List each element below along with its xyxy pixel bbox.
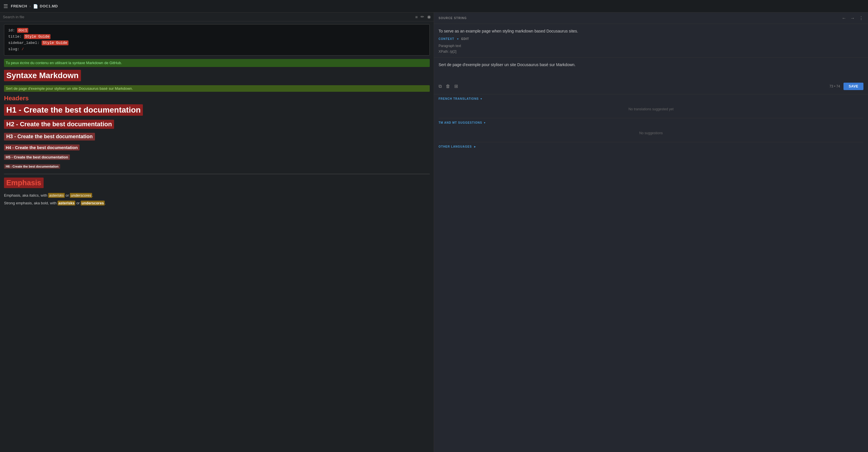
fm-sidebar-line: sidebar_label: Style Guide: [8, 40, 426, 46]
no-suggestions-text: No suggestions: [439, 127, 863, 139]
nav-breadcrumb: FRENCH › 📄 DOC1.MD: [11, 4, 58, 8]
underscores-em: underscores: [70, 193, 92, 198]
h4-heading: H4 - Create the best documentation: [4, 144, 80, 151]
emphasis-section: Emphasis: [4, 177, 430, 190]
delete-icon[interactable]: 🗑: [446, 84, 450, 89]
fm-id-val: doc1: [17, 28, 28, 33]
context-type: Paragraph text: [439, 43, 863, 49]
right-header-icons: ← → ⋮: [842, 15, 863, 21]
prev-arrow-icon[interactable]: ←: [842, 16, 846, 21]
h1-heading: H1 - Create the best documentation: [4, 104, 143, 116]
translated-display: Sert de page d'exemple pour styliser un …: [439, 62, 863, 79]
context-info: Paragraph text XPath: /p[2]: [439, 43, 863, 54]
char-count: 73 • 74: [830, 84, 840, 88]
source-text: To serve as an example page when styling…: [439, 28, 863, 34]
syntaxe-heading: Syntaxe Markdown: [4, 70, 81, 81]
fm-title-key: title:: [8, 34, 22, 39]
headers-label: Headers: [4, 95, 430, 102]
emphasis-para-1: Emphasis, aka italics, with asterisks or…: [4, 193, 430, 199]
asterisks-strong: asterisks: [58, 201, 75, 205]
section-divider: [4, 174, 430, 174]
tm-suggestions-header[interactable]: TM AND MT SUGGESTIONS ▾: [439, 121, 863, 124]
context-label[interactable]: CONTEXT: [439, 37, 454, 40]
suggestions-panel: FRENCH TRANSLATIONS ▾ No translations su…: [434, 94, 868, 452]
main-layout: ≡ ✏ ◉ id: doc1 title: Style Guide sideb: [0, 12, 868, 452]
context-xpath: XPath: /p[2]: [439, 49, 863, 55]
h2-heading: H2 - Create the best documentation: [4, 120, 114, 129]
description-text: Sert de page d'exemple pour styliser un …: [4, 85, 430, 92]
french-translations-header[interactable]: FRENCH TRANSLATIONS ▾: [439, 97, 863, 100]
context-dropdown-arrow[interactable]: ▾: [457, 37, 459, 40]
left-panel: ≡ ✏ ◉ id: doc1 title: Style Guide sideb: [0, 12, 434, 452]
syntaxe-heading-section: Syntaxe Markdown: [4, 70, 430, 83]
fm-sidebar-key: sidebar_label:: [8, 41, 39, 45]
nav-file: 📄 DOC1.MD: [33, 4, 58, 8]
other-languages-header[interactable]: OTHER LANGUAGES ►: [439, 145, 863, 148]
breadcrumb-arrow: ›: [29, 4, 31, 8]
frontmatter-box: id: doc1 title: Style Guide sidebar_labe…: [4, 24, 430, 56]
no-translations-text: No translations suggested yet: [439, 103, 863, 115]
h6-heading: H6 - Create the best documentation: [4, 164, 60, 169]
list-icon[interactable]: ≡: [415, 14, 418, 20]
split-icon[interactable]: ⊞: [454, 84, 458, 89]
divider-2: [439, 142, 863, 142]
other-languages-arrow: ►: [474, 145, 476, 148]
emphasis-heading: Emphasis: [4, 177, 43, 188]
context-bar: CONTEXT ▾ EDIT: [439, 37, 863, 40]
fm-id-key: id:: [8, 28, 15, 32]
fm-id-line: id: doc1: [8, 27, 426, 34]
project-name: FRENCH: [11, 4, 27, 8]
h3-section: H3 - Create the best documentation: [4, 133, 430, 142]
edit-icon[interactable]: ✏: [421, 14, 424, 20]
translated-intro: Tu peux écrire du contenu en utilisant l…: [4, 59, 430, 67]
fm-slug-val: /: [22, 47, 24, 51]
tm-suggestions-arrow: ▾: [484, 121, 485, 124]
fm-title-line: title: Style Guide: [8, 34, 426, 40]
h4-section: H4 - Create the best documentation: [4, 144, 430, 152]
search-icons: ≡ ✏ ◉: [415, 14, 431, 20]
source-text-section: To serve as an example page when styling…: [434, 24, 868, 58]
copy-icon[interactable]: ⧉: [439, 84, 442, 89]
underscores-strong: underscores: [81, 201, 105, 205]
other-languages-label: OTHER LANGUAGES: [439, 145, 472, 148]
french-translations-arrow: ▾: [480, 97, 482, 100]
right-panel: SOURCE STRING ← → ⋮ To serve as an examp…: [434, 12, 868, 452]
content-area: id: doc1 title: Style Guide sidebar_labe…: [0, 21, 434, 452]
asterisks-em: asterisks: [48, 193, 64, 198]
fm-sidebar-val: Style Guide: [42, 40, 68, 45]
emphasis-para-2: Strong emphasis, aka bold, with asterisk…: [4, 200, 430, 206]
fm-slug-line: slug: /: [8, 46, 426, 53]
file-name: DOC1.MD: [40, 4, 58, 8]
file-icon: 📄: [33, 4, 38, 8]
fm-title-val: Style Guide: [24, 34, 51, 39]
h5-section: H5 - Create the best documentation: [4, 155, 430, 162]
translation-icons: ⧉ 🗑 ⊞: [439, 84, 458, 89]
right-header: SOURCE STRING ← → ⋮: [434, 12, 868, 24]
h2-section: H2 - Create the best documentation: [4, 120, 430, 131]
fm-slug-key: slug:: [8, 47, 20, 51]
tm-suggestions-label: TM AND MT SUGGESTIONS: [439, 121, 482, 124]
search-bar: ≡ ✏ ◉: [0, 12, 434, 21]
h1-section: H1 - Create the best documentation: [4, 104, 430, 118]
h3-heading: H3 - Create the best documentation: [4, 133, 95, 140]
more-options-icon[interactable]: ⋮: [859, 15, 863, 21]
h5-heading: H5 - Create the best documentation: [4, 155, 70, 160]
headers-section: Headers: [4, 95, 430, 102]
next-arrow-icon[interactable]: →: [850, 16, 855, 21]
edit-label[interactable]: EDIT: [461, 37, 469, 40]
hamburger-icon[interactable]: ☰: [3, 3, 8, 9]
translation-toolbar: ⧉ 🗑 ⊞ 73 • 74 SAVE: [439, 83, 863, 90]
save-button[interactable]: SAVE: [843, 83, 863, 90]
eye-icon[interactable]: ◉: [427, 14, 431, 20]
divider-1: [439, 118, 863, 118]
top-nav: ☰ FRENCH › 📄 DOC1.MD: [0, 0, 868, 12]
source-string-label: SOURCE STRING: [439, 17, 467, 20]
translation-section: Sert de page d'exemple pour styliser un …: [434, 58, 868, 94]
search-input[interactable]: [3, 15, 413, 19]
french-translations-label: FRENCH TRANSLATIONS: [439, 97, 479, 100]
h6-section: H6 - Create the best documentation: [4, 164, 430, 170]
